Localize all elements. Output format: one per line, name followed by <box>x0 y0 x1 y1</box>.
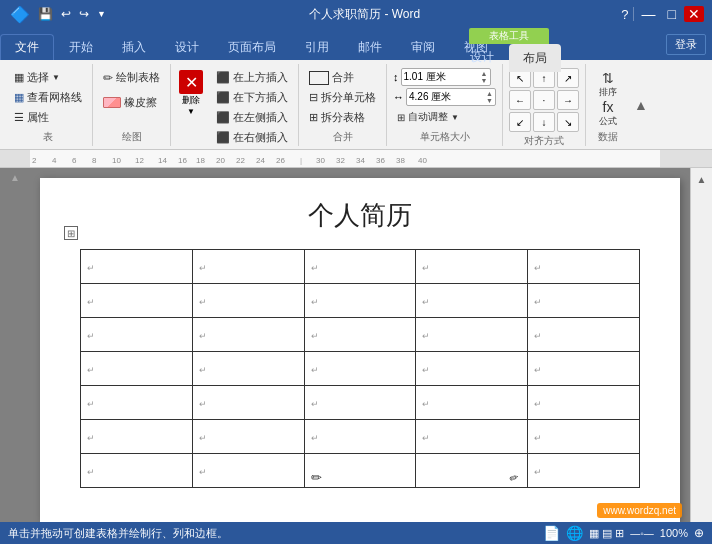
table-cell[interactable]: ↵ <box>416 420 528 454</box>
insert-left-button[interactable]: ⬛ 在左侧插入 <box>212 108 292 127</box>
ribbon-group-draw: ✏ 绘制表格 橡皮擦 绘图 <box>95 64 171 146</box>
col-width-down[interactable]: ▼ <box>486 97 493 104</box>
table-cell[interactable]: ↵ <box>304 250 416 284</box>
table-cell[interactable]: ↵ <box>81 318 193 352</box>
draw-table-button[interactable]: ✏ 绘制表格 <box>99 68 164 87</box>
delete-button[interactable]: ✕ 删除 ▼ <box>177 68 205 118</box>
tab-references[interactable]: 引用 <box>291 34 343 60</box>
help-button[interactable]: ? <box>621 7 628 22</box>
table-cell[interactable]: ↵ <box>192 386 304 420</box>
table-cell[interactable]: ↵ <box>528 250 640 284</box>
left-bar-arrow-up[interactable]: ▲ <box>10 172 20 183</box>
split-table-icon: ⊞ <box>309 111 318 124</box>
table-cell[interactable]: ↵ <box>304 420 416 454</box>
table-cell[interactable]: ↵ <box>528 386 640 420</box>
zoom-slider[interactable]: —◦— <box>630 528 654 539</box>
undo-icon[interactable]: ↩ <box>59 7 73 21</box>
table-cell[interactable]: ↵ <box>81 250 193 284</box>
table-cell[interactable]: ↵ <box>192 352 304 386</box>
minimize-button[interactable]: — <box>638 6 660 22</box>
tab-table-layout[interactable]: 布局 <box>509 44 561 72</box>
row-height-down[interactable]: ▼ <box>481 77 488 84</box>
table-cell[interactable]: ↵ <box>192 420 304 454</box>
table-cell[interactable]: ↵ <box>528 284 640 318</box>
align-middle-left[interactable]: ← <box>509 90 531 110</box>
table-cell[interactable]: ↵ <box>528 454 640 488</box>
delete-icon: ✕ <box>179 70 203 94</box>
insert-below-button[interactable]: ⬛ 在下方插入 <box>212 88 292 107</box>
align-bottom-left[interactable]: ↙ <box>509 112 531 132</box>
table-cell[interactable]: ↵ <box>528 318 640 352</box>
table-cell[interactable]: ↵ <box>416 386 528 420</box>
align-bottom-right[interactable]: ↘ <box>557 112 579 132</box>
status-page-icon[interactable]: 📄 <box>543 525 560 541</box>
split-cells-button[interactable]: ⊟ 拆分单元格 <box>305 88 380 107</box>
redo-icon[interactable]: ↪ <box>77 7 91 21</box>
table-cell[interactable]: ↵ <box>528 352 640 386</box>
customize-icon[interactable]: ▼ <box>95 9 108 19</box>
insert-right-button[interactable]: ⬛ 在右侧插入 <box>212 128 292 147</box>
align-middle-right[interactable]: → <box>557 90 579 110</box>
col-width-up[interactable]: ▲ <box>486 90 493 97</box>
tab-table-design[interactable]: 设计 <box>456 44 508 70</box>
table-cell[interactable]: ↵ <box>81 420 193 454</box>
tab-review[interactable]: 审阅 <box>397 34 449 60</box>
table-cell[interactable]: ✏ <box>416 454 528 488</box>
align-bottom-center[interactable]: ↓ <box>533 112 555 132</box>
scroll-up-arrow[interactable]: ▲ <box>695 172 709 187</box>
table-cell[interactable]: ↵ <box>528 420 640 454</box>
table-cell[interactable]: ↵ <box>304 318 416 352</box>
table-row: ↵ ↵ ↵ ↵ ↵ <box>81 284 640 318</box>
auto-fit-button[interactable]: ⊞ 自动调整 ▼ <box>393 108 463 126</box>
formula-button[interactable]: fx 公式 <box>592 99 624 127</box>
tab-home[interactable]: 开始 <box>55 34 107 60</box>
table-cell[interactable]: ✏ <box>304 454 416 488</box>
select-button[interactable]: ▦ 选择 ▼ <box>10 68 64 87</box>
table-cell[interactable]: ↵ <box>81 352 193 386</box>
table-cell[interactable]: ↵ <box>304 284 416 318</box>
eraser-button[interactable]: 橡皮擦 <box>99 93 161 112</box>
table-cell[interactable]: ↵ <box>192 284 304 318</box>
table-cell[interactable]: ↵ <box>304 352 416 386</box>
view-read-icon[interactable]: ⊞ <box>615 527 624 540</box>
ruler-content[interactable]: 2 4 6 8 10 12 14 16 18 20 22 24 26 | 30 … <box>30 150 660 167</box>
table-cell[interactable]: ↵ <box>416 284 528 318</box>
table-cell[interactable]: ↵ <box>81 284 193 318</box>
view-web-icon[interactable]: ▤ <box>602 527 612 540</box>
align-middle-center[interactable]: · <box>533 90 555 110</box>
right-scrollbar[interactable]: ▲ <box>690 168 712 522</box>
table-move-handle[interactable]: ⊞ <box>64 226 78 240</box>
split-table-button[interactable]: ⊞ 拆分表格 <box>305 108 369 127</box>
zoom-in-icon[interactable]: ⊕ <box>694 526 704 540</box>
col-width-input[interactable]: 4.26 厘米 ▲ ▼ <box>406 88 496 106</box>
view-gridlines-button[interactable]: ▦ 查看网格线 <box>10 88 86 107</box>
tab-file[interactable]: 文件 <box>0 34 54 60</box>
table-cell[interactable]: ↵ <box>416 250 528 284</box>
sort-button[interactable]: ⇅ 排序 <box>592 70 624 98</box>
table-cell[interactable]: ↵ <box>416 318 528 352</box>
tab-mailings[interactable]: 邮件 <box>344 34 396 60</box>
merge-cells-button[interactable]: 合并 <box>305 68 358 87</box>
tab-design[interactable]: 设计 <box>161 34 213 60</box>
status-text: 单击并拖动可创建表格并绘制行、列和边框。 <box>8 526 228 541</box>
table-cell[interactable]: ↵ <box>81 386 193 420</box>
properties-button[interactable]: ☰ 属性 <box>10 108 53 127</box>
table-cell[interactable]: ↵ <box>192 454 304 488</box>
status-lang-icon[interactable]: 🌐 <box>566 525 583 541</box>
maximize-button[interactable]: □ <box>664 6 680 22</box>
save-icon[interactable]: 💾 <box>36 7 55 21</box>
tab-insert[interactable]: 插入 <box>108 34 160 60</box>
insert-above-button[interactable]: ⬛ 在上方插入 <box>212 68 292 87</box>
view-print-icon[interactable]: ▦ <box>589 527 599 540</box>
properties-icon: ☰ <box>14 111 24 124</box>
table-cell[interactable]: ↵ <box>192 318 304 352</box>
tab-page-layout[interactable]: 页面布局 <box>214 34 290 60</box>
login-button[interactable]: 登录 <box>666 34 706 55</box>
table-cell[interactable]: ↵ <box>192 250 304 284</box>
table-cell[interactable]: ↵ <box>81 454 193 488</box>
document-area[interactable]: ⊞ 个人简历 ↵ ↵ ↵ ↵ ↵ ↵ ↵ ↵ <box>30 168 690 522</box>
table-cell[interactable]: ↵ <box>304 386 416 420</box>
table-cell[interactable]: ↵ <box>416 352 528 386</box>
ribbon-scroll-right[interactable]: ▲ <box>632 64 650 146</box>
close-button[interactable]: ✕ <box>684 6 704 22</box>
